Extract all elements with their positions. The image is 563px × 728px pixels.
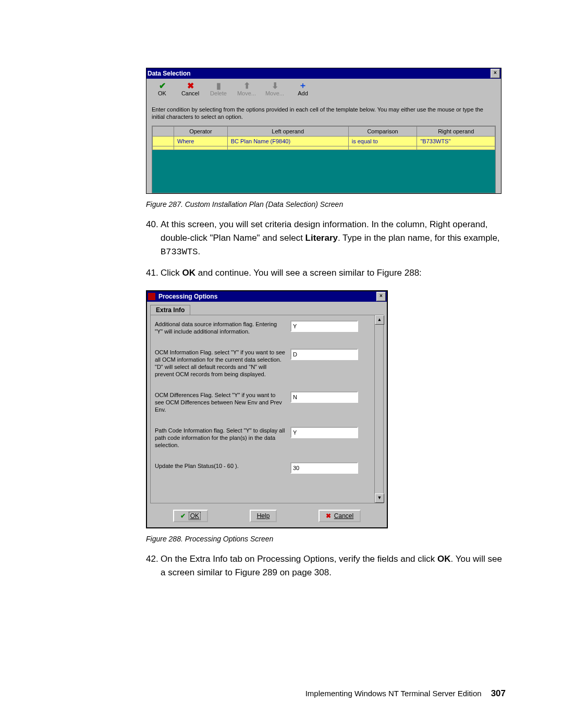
close-icon[interactable]: × xyxy=(491,69,500,78)
col-right-operand: Right operand xyxy=(417,127,495,137)
option-field[interactable]: D xyxy=(290,349,358,360)
arrow-down-icon: ⬇ xyxy=(270,81,280,90)
window-title: Processing Options xyxy=(158,293,376,300)
option-row: OCM Differences Flag. Select "Y" if you … xyxy=(155,391,379,413)
cell-right[interactable]: "B733WTS" xyxy=(417,137,495,146)
scroll-down-icon[interactable]: ▼ xyxy=(375,493,384,503)
x-icon: ✖ xyxy=(185,81,195,90)
processing-options-dialog: Processing Options × Extra Info Addition… xyxy=(146,290,388,528)
option-field[interactable]: Y xyxy=(290,320,358,332)
check-icon: ✔ xyxy=(157,81,167,90)
cancel-button[interactable]: ✖Cancel xyxy=(319,510,361,522)
table-row[interactable] xyxy=(153,146,495,150)
cell-comparison[interactable]: is equal to xyxy=(348,137,417,146)
col-left-operand: Left operand xyxy=(227,127,348,137)
table-row[interactable]: Where BC Plan Name (F9840) is equal to "… xyxy=(153,137,495,146)
move-up-button: ⬆ Move... xyxy=(235,81,258,96)
dialog-body: Additional data source information flag.… xyxy=(150,315,384,503)
step-42: 42. On the Extra Info tab on Processing … xyxy=(146,552,506,579)
option-label: Path Code Information flag. Select "Y" t… xyxy=(155,427,290,449)
add-button[interactable]: ＋ Add xyxy=(291,81,314,96)
col-operator: Operator xyxy=(174,127,228,137)
option-label: OCM Differences Flag. Select "Y" if you … xyxy=(155,391,290,413)
window-title: Data Selection xyxy=(148,70,491,77)
cancel-button[interactable]: ✖ Cancel xyxy=(179,81,202,96)
scroll-up-icon[interactable]: ▲ xyxy=(375,315,384,325)
cell-left[interactable]: BC Plan Name (F9840) xyxy=(227,137,348,146)
close-icon[interactable]: × xyxy=(376,292,386,301)
option-row: Path Code Information flag. Select "Y" t… xyxy=(155,427,379,449)
option-field[interactable]: Y xyxy=(290,427,358,438)
ok-button[interactable]: ✔ OK xyxy=(151,81,174,96)
titlebar: Data Selection × xyxy=(146,68,501,79)
footer-text: Implementing Windows NT Terminal Server … xyxy=(305,689,482,698)
grid-empty-area xyxy=(152,150,495,193)
app-icon xyxy=(148,293,155,300)
option-field[interactable]: N xyxy=(290,391,358,403)
option-label: Additional data source information flag.… xyxy=(155,320,290,335)
ok-button[interactable]: ✔OK xyxy=(173,510,208,522)
condition-grid[interactable]: Operator Left operand Comparison Right o… xyxy=(152,126,496,193)
option-row: Additional data source information flag.… xyxy=(155,320,379,335)
option-row: OCM Information Flag. select "Y" if you … xyxy=(155,349,379,378)
step-40: 40. At this screen, you will set criteri… xyxy=(146,218,506,259)
col-comparison: Comparison xyxy=(348,127,417,137)
option-label: OCM Information Flag. select "Y" if you … xyxy=(155,349,290,378)
option-field[interactable]: 30 xyxy=(290,462,358,474)
page-number: 307 xyxy=(491,688,506,699)
check-icon: ✔ xyxy=(180,512,186,520)
scrollbar[interactable]: ▲ ▼ xyxy=(374,315,383,503)
move-down-button: ⬇ Move... xyxy=(263,81,286,96)
data-selection-window: Data Selection × ✔ OK ✖ Cancel ▮ Delete … xyxy=(146,68,501,194)
option-row: Update the Plan Status(10 - 60 ). 30 xyxy=(155,462,379,474)
help-button[interactable]: Help xyxy=(250,510,277,522)
cell-operator[interactable]: Where xyxy=(174,137,228,146)
arrow-up-icon: ⬆ xyxy=(241,81,252,90)
tab-extra-info[interactable]: Extra Info xyxy=(150,305,190,315)
dialog-buttons: ✔OK Help ✖Cancel xyxy=(147,507,387,527)
titlebar: Processing Options × xyxy=(147,291,387,302)
figure-caption: Figure 288. Processing Options Screen xyxy=(146,535,506,543)
instruction-text: Enter condition by selecting from the op… xyxy=(152,106,496,120)
row-header-blank xyxy=(153,127,174,137)
figure-caption: Figure 287. Custom Installation Plan (Da… xyxy=(146,200,506,208)
trash-icon: ▮ xyxy=(213,81,224,90)
option-label: Update the Plan Status(10 - 60 ). xyxy=(155,462,290,470)
plus-icon: ＋ xyxy=(298,81,308,90)
page-footer: Implementing Windows NT Terminal Server … xyxy=(146,688,506,699)
toolbar: ✔ OK ✖ Cancel ▮ Delete ⬆ Move... ⬇ Move.… xyxy=(146,79,501,97)
delete-button: ▮ Delete xyxy=(207,81,230,96)
step-41: 41. Click OK and continue. You will see … xyxy=(146,266,506,280)
x-icon: ✖ xyxy=(326,512,331,520)
